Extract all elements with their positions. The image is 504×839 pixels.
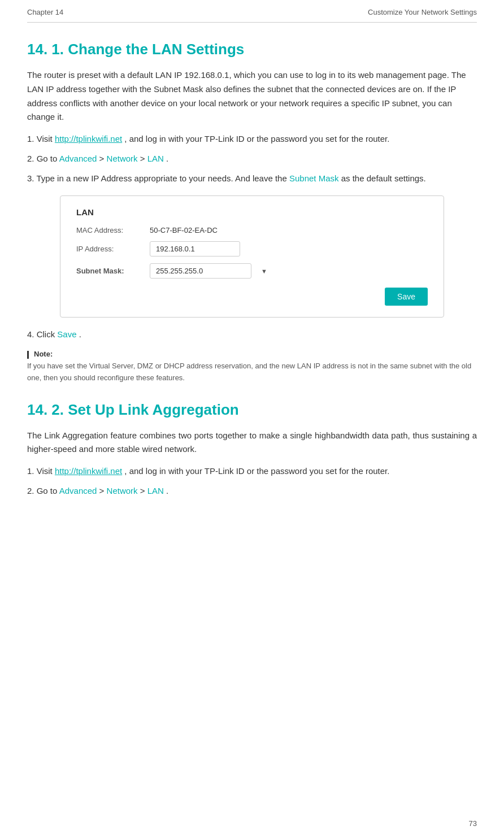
subnet-input[interactable] bbox=[150, 264, 257, 278]
section2-step-2-sep1: > bbox=[99, 486, 107, 495]
note-section: Note: If you have set the Virtual Server… bbox=[27, 350, 477, 384]
step-2-highlight2: Network bbox=[107, 154, 138, 163]
section-2-intro: The Link Aggregation feature combines tw… bbox=[27, 429, 477, 457]
mac-label: MAC Address: bbox=[76, 226, 150, 234]
note-label-text: Note: bbox=[34, 350, 53, 358]
mac-value: 50-C7-BF-02-EA-DC bbox=[150, 226, 218, 234]
step-2-highlight3: LAN bbox=[147, 154, 164, 163]
step-2-text-before: Go to bbox=[37, 154, 59, 163]
step-4: 4. Click Save . bbox=[27, 328, 477, 342]
step-2-text-after: . bbox=[166, 154, 168, 163]
section2-step-1-number: 1. bbox=[27, 466, 34, 476]
note-icon bbox=[27, 351, 29, 359]
ip-address-row: IP Address: bbox=[76, 241, 428, 257]
section2-step-2-number: 2. bbox=[27, 486, 34, 495]
step-1-text-before: Visit bbox=[37, 134, 55, 144]
step-2-highlight1: Advanced bbox=[59, 154, 97, 163]
section-2: 14. 2. Set Up Link Aggregation The Link … bbox=[27, 401, 477, 498]
section-2-title: 14. 2. Set Up Link Aggregation bbox=[27, 401, 477, 419]
section2-step-2: 2. Go to Advanced > Network > LAN . bbox=[27, 484, 477, 498]
save-row: Save bbox=[76, 288, 428, 306]
section2-step-2-highlight3: LAN bbox=[147, 486, 164, 495]
subnet-label: Subnet Mask: bbox=[76, 267, 150, 275]
mac-address-row: MAC Address: 50-C7-BF-02-EA-DC bbox=[76, 226, 428, 234]
step-2-sep2: > bbox=[140, 154, 147, 163]
step-2: 2. Go to Advanced > Network > LAN . bbox=[27, 152, 477, 166]
lan-config-box: LAN MAC Address: 50-C7-BF-02-EA-DC IP Ad… bbox=[60, 195, 444, 318]
step-2-number: 2. bbox=[27, 154, 34, 163]
step-1-link[interactable]: http://tplinkwifi.net bbox=[55, 134, 122, 144]
header-bar: Chapter 14 Customize Your Network Settin… bbox=[27, 0, 477, 23]
subnet-dropdown-arrow[interactable]: ▼ bbox=[257, 265, 272, 277]
section2-step-2-text-after: . bbox=[166, 486, 168, 495]
section2-step-2-text-before: Go to bbox=[37, 486, 59, 495]
step-4-highlight: Save bbox=[57, 329, 76, 339]
step-1-text-after: , and log in with your TP-Link ID or the… bbox=[124, 134, 389, 144]
section-1-title: 14. 1. Change the LAN Settings bbox=[27, 41, 477, 58]
step-1-number: 1. bbox=[27, 134, 34, 144]
note-text: If you have set the Virtual Server, DMZ … bbox=[27, 360, 477, 384]
step-1: 1. Visit http://tplinkwifi.net , and log… bbox=[27, 132, 477, 146]
section2-step-1-link[interactable]: http://tplinkwifi.net bbox=[55, 466, 122, 476]
section-1-intro: The router is preset with a default LAN … bbox=[27, 68, 477, 124]
note-label: Note: bbox=[27, 350, 477, 358]
step-3-text-after: as the default settings. bbox=[341, 173, 426, 183]
step-4-number: 4. bbox=[27, 329, 34, 339]
section2-step-2-highlight1: Advanced bbox=[59, 486, 97, 495]
page-container: Chapter 14 Customize Your Network Settin… bbox=[0, 0, 504, 839]
step-3-text-before: Type in a new IP Address appropriate to … bbox=[36, 173, 289, 183]
section2-step-2-highlight2: Network bbox=[107, 486, 138, 495]
section2-step-1-text-before: Visit bbox=[37, 466, 55, 476]
section2-step-2-sep2: > bbox=[140, 486, 147, 495]
save-button[interactable]: Save bbox=[385, 288, 428, 306]
subnet-mask-row: Subnet Mask: ▼ bbox=[76, 263, 428, 279]
subnet-select-wrapper: ▼ bbox=[150, 263, 251, 279]
step-3-number: 3. bbox=[27, 173, 34, 183]
section2-step-1-text-after: , and log in with your TP-Link ID or the… bbox=[124, 466, 389, 476]
header-section-title: Customize Your Network Settings bbox=[368, 8, 477, 16]
step-4-text-before: Click bbox=[37, 329, 58, 339]
step-3-highlight: Subnet Mask bbox=[289, 173, 339, 183]
header-chapter: Chapter 14 bbox=[27, 8, 63, 16]
section2-step-1: 1. Visit http://tplinkwifi.net , and log… bbox=[27, 464, 477, 479]
section-1: 14. 1. Change the LAN Settings The route… bbox=[27, 41, 477, 384]
step-2-sep1: > bbox=[99, 154, 107, 163]
lan-box-title: LAN bbox=[76, 207, 428, 217]
step-4-text-after: . bbox=[79, 329, 81, 339]
ip-label: IP Address: bbox=[76, 245, 150, 253]
step-3: 3. Type in a new IP Address appropriate … bbox=[27, 172, 477, 186]
ip-input[interactable] bbox=[150, 241, 240, 257]
page-number: 73 bbox=[469, 819, 477, 828]
